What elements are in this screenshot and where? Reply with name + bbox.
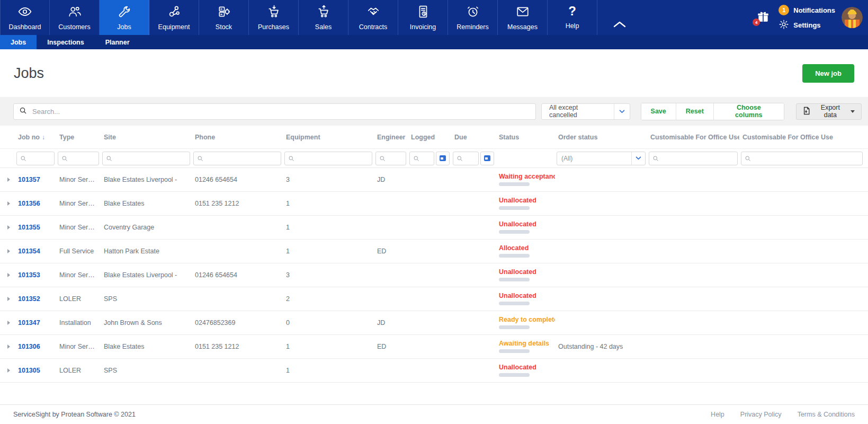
nav-item-contracts[interactable]: Contracts [348,0,398,35]
column-engineer[interactable]: Engineer [374,134,408,141]
job-number-link[interactable]: 101353 [18,271,40,279]
expand-row-icon[interactable] [7,225,10,229]
expand-row-icon[interactable] [7,178,10,182]
table-row[interactable]: 101305LOLERSPS1Unallocated [0,359,868,383]
nav-item-stock[interactable]: Stock [199,0,249,35]
column-logged[interactable]: Logged [408,134,451,141]
filter-logged-input[interactable] [422,155,431,162]
column-status[interactable]: Status [496,134,555,141]
column-custom-2[interactable]: Customisable For Office Use [739,134,868,141]
filter-job-no-input[interactable] [29,155,51,162]
filter-engineer[interactable] [375,152,406,165]
table-row[interactable]: 101306Minor ServiceBlake Estates0151 235… [0,335,868,359]
notifications-button[interactable]: 1 Notifications [778,5,835,15]
column-equipment[interactable]: Equipment [283,134,374,141]
expand-row-icon[interactable] [7,321,10,325]
filter-engineer-input[interactable] [388,155,402,162]
expand-row-icon[interactable] [7,297,10,301]
table-row[interactable]: 101356Minor ServiceBlake Estates0151 235… [0,192,868,216]
nav-item-invoicing[interactable]: Invoicing [398,0,448,35]
table-row[interactable]: 101352LOLERSPS2Unallocated [0,287,868,311]
filter-custom-1-input[interactable] [661,155,734,162]
envelope-icon [516,5,530,20]
chevron-down-icon[interactable] [614,104,629,119]
job-number-link[interactable]: 101352 [18,295,40,303]
subnav-tab-jobs[interactable]: Jobs [0,35,37,49]
filter-type[interactable] [58,152,99,165]
subnav-tab-planner[interactable]: Planner [95,35,140,49]
nav-item-dashboard[interactable]: Dashboard [0,0,50,35]
expand-row-icon[interactable] [7,249,10,253]
settings-button[interactable]: Settings [778,19,835,31]
nav-item-help[interactable]: ? Help [548,0,597,35]
job-number-link[interactable]: 101357 [18,176,40,183]
nav-item-messages[interactable]: Messages [498,0,548,35]
table-row[interactable]: 101353Minor Servi...Blake Estates Liverp… [0,263,868,287]
table-row[interactable]: 101347InstallationJohn Brown & Sons02476… [0,311,868,335]
footer-link-privacy-policy[interactable]: Privacy Policy [740,411,782,418]
filter-site[interactable] [102,152,190,165]
expand-row-icon[interactable] [7,368,10,373]
job-type: Minor Service [56,224,101,231]
filter-equipment-input[interactable] [297,155,369,162]
filter-job-no[interactable] [16,152,55,165]
nav-item-purchases[interactable]: Purchases [249,0,299,35]
expand-row-icon[interactable] [7,273,10,277]
due-calendar-button[interactable] [480,152,494,165]
job-number-link[interactable]: 101306 [18,343,40,350]
chevron-down-icon[interactable] [631,152,645,165]
job-number-link[interactable]: 101355 [18,224,40,231]
filter-phone[interactable] [193,152,281,165]
job-number-link[interactable]: 101347 [18,319,40,326]
job-status: Unallocated [496,269,555,282]
filter-logged[interactable] [409,152,434,165]
filter-due[interactable] [453,152,479,165]
footer-link-terms[interactable]: Terms & Conditions [798,411,855,418]
export-data-button[interactable]: Export data [796,103,862,120]
footer-link-help[interactable]: Help [711,411,724,418]
global-search[interactable] [13,103,536,120]
table-row[interactable]: 101354Full ServiceHatton Park Estate1EDA… [0,240,868,263]
column-site[interactable]: Site [101,134,192,141]
reset-button[interactable]: Reset [676,103,714,120]
expand-row-icon[interactable] [7,344,10,349]
job-number-link[interactable]: 101356 [18,200,40,207]
filter-phone-input[interactable] [206,155,278,162]
filter-due-input[interactable] [466,155,475,162]
nav-collapse-control [597,0,627,35]
job-number-link[interactable]: 101354 [18,248,40,255]
search-input[interactable] [32,108,530,116]
filter-custom-1[interactable] [649,152,738,165]
save-button[interactable]: Save [641,103,676,120]
column-due[interactable]: Due [451,134,496,141]
choose-columns-button[interactable]: Choose columns [714,103,784,120]
new-job-button[interactable]: New job [802,64,854,83]
logged-calendar-button[interactable] [436,152,450,165]
chevron-up-icon[interactable] [612,20,627,31]
column-phone[interactable]: Phone [192,134,283,141]
whats-new-button[interactable]: 4 [756,10,772,25]
column-custom-1[interactable]: Customisable For Office Use [647,134,739,141]
filter-custom-2[interactable] [741,152,863,165]
subnav-tab-inspections[interactable]: Inspections [37,35,94,49]
filter-equipment[interactable] [284,152,372,165]
nav-item-jobs[interactable]: Jobs [100,0,149,35]
nav-item-reminders[interactable]: Reminders [448,0,498,35]
nav-item-sales[interactable]: Sales [299,0,348,35]
filter-site-input[interactable] [115,155,186,162]
status-filter-dropdown[interactable]: All except cancelled [541,103,630,120]
job-site: Blake Estates Liverpool - [101,176,192,183]
column-job-no[interactable]: Job no↓ [15,134,56,141]
filter-order-status-dropdown[interactable]: (All) [557,152,646,165]
nav-item-equipment[interactable]: Equipment [149,0,199,35]
filter-type-input[interactable] [70,155,95,162]
job-number-link[interactable]: 101305 [18,367,40,374]
table-row[interactable]: 101355Minor ServiceCoventry Garage1Unall… [0,216,868,240]
expand-row-icon[interactable] [7,201,10,206]
user-avatar[interactable] [842,7,863,28]
nav-item-customers[interactable]: Customers [50,0,100,35]
filter-custom-2-input[interactable] [754,155,859,162]
table-row[interactable]: 101357Minor Servi...Blake Estates Liverp… [0,168,868,192]
column-order-status[interactable]: Order status [555,134,647,141]
column-type[interactable]: Type [56,134,101,141]
